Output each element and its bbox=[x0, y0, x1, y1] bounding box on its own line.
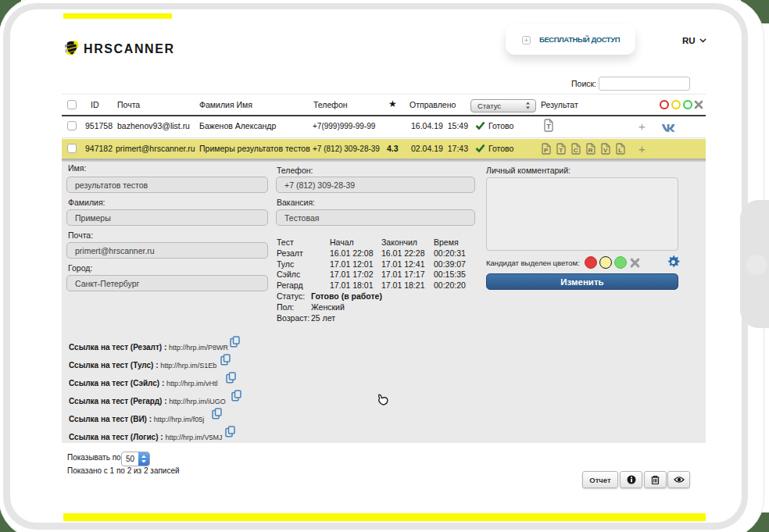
svg-text:R: R bbox=[588, 147, 593, 154]
svg-text:V: V bbox=[603, 147, 608, 154]
svg-text:C: C bbox=[574, 147, 578, 154]
svg-text:L: L bbox=[618, 147, 622, 154]
svg-text:P: P bbox=[544, 147, 549, 154]
svg-text:T: T bbox=[559, 147, 563, 154]
svg-text:T: T bbox=[546, 123, 551, 130]
